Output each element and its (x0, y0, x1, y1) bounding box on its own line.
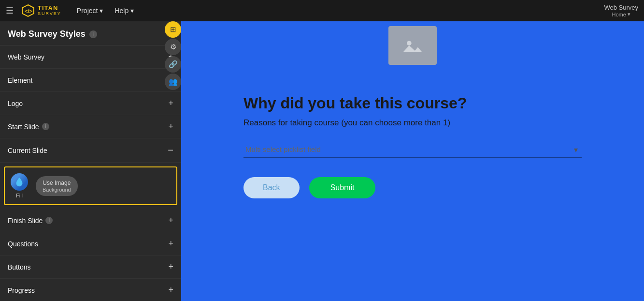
sidebar-item-questions-label: Questions (8, 240, 38, 248)
dropdown-wrapper: Multi select picklist field ▾ (243, 141, 582, 158)
survey-question: Why did you take this course? (243, 94, 582, 112)
submit-button[interactable]: Submit (309, 177, 376, 198)
finish-slide-info-icon: i (45, 217, 53, 224)
logo-text: TITAN SURVEY (38, 5, 61, 16)
sidebar-item-finish-slide-expand[interactable]: + (168, 215, 173, 226)
current-slide-content: Fill Use Image Background (4, 166, 177, 205)
toolbar-copy-button[interactable]: ⊞ (165, 21, 181, 38)
current-slide-label: Current Slide (8, 147, 47, 154)
image-placeholder-icon (401, 36, 424, 55)
fill-color-circle[interactable] (11, 173, 28, 191)
image-placeholder (388, 26, 437, 65)
sidebar-item-progress-label: Progress (8, 286, 35, 294)
sidebar-item-questions[interactable]: Questions + (0, 232, 181, 256)
sidebar-item-start-slide[interactable]: Start Slide i + (0, 115, 181, 138)
breadcrumb-sub: Home ▾ (604, 11, 638, 17)
chevron-down-icon: ▾ (628, 11, 630, 17)
use-image-line1: Use Image (43, 180, 71, 186)
top-nav: ☰ </> TITAN SURVEY Project ▾ Help ▾ Web … (0, 0, 644, 21)
main-content: Web Survey Styles i Web Survey + Element… (0, 21, 644, 301)
logo-titan: TITAN (38, 5, 61, 12)
sidebar-item-progress[interactable]: Progress + (0, 279, 181, 301)
multi-select-dropdown[interactable]: Multi select picklist field (243, 141, 582, 158)
sidebar-item-logo[interactable]: Logo + (0, 92, 181, 115)
sidebar: Web Survey Styles i Web Survey + Element… (0, 21, 181, 301)
logo-survey: SURVEY (38, 12, 61, 16)
use-image-line2: Background (43, 187, 71, 193)
back-button[interactable]: Back (243, 177, 300, 198)
toolbar-gear-button[interactable]: ⚙ (165, 39, 181, 55)
fill-option[interactable]: Fill (11, 173, 28, 198)
hamburger-icon[interactable]: ☰ (6, 5, 14, 16)
nav-links: Project ▾ Help ▾ (73, 5, 138, 16)
sidebar-item-web-survey-label: Web Survey (8, 53, 44, 61)
sidebar-item-finish-slide[interactable]: Finish Slide i + (0, 209, 181, 232)
sidebar-item-web-survey[interactable]: Web Survey + (0, 45, 181, 69)
logo: </> TITAN SURVEY (21, 4, 61, 17)
sidebar-item-finish-slide-label: Finish Slide i (8, 217, 53, 225)
fill-label: Fill (16, 193, 23, 198)
sidebar-header: Web Survey Styles i (0, 21, 181, 45)
sidebar-item-start-slide-expand[interactable]: + (168, 121, 173, 132)
preview-area: Why did you take this course? Reasons fo… (181, 21, 644, 301)
sidebar-item-buttons[interactable]: Buttons + (0, 256, 181, 279)
water-drop-icon (14, 177, 25, 187)
sidebar-title: Web Survey Styles (8, 29, 86, 39)
toolbar-users-button[interactable]: 👥 (165, 74, 181, 90)
svg-text:</>: </> (25, 8, 32, 14)
svg-point-3 (407, 41, 412, 45)
sidebar-item-element-label: Element (8, 76, 32, 84)
sidebar-item-element[interactable]: Element + (0, 69, 181, 92)
start-slide-info-icon: i (42, 123, 49, 130)
sidebar-item-start-slide-label: Start Slide i (8, 123, 49, 131)
breadcrumb-title: Web Survey (604, 4, 638, 11)
titan-logo-icon: </> (21, 4, 35, 17)
sidebar-title-info-icon: i (89, 30, 97, 38)
sidebar-item-logo-label: Logo (8, 100, 23, 107)
sidebar-item-questions-expand[interactable]: + (168, 239, 173, 249)
floating-toolbar: ⊞ ⚙ 🔗 👥 (165, 21, 181, 90)
breadcrumb: Web Survey Home ▾ (604, 4, 638, 17)
toolbar-link-button[interactable]: 🔗 (165, 56, 181, 73)
nav-help[interactable]: Help ▾ (111, 5, 138, 16)
sidebar-item-logo-expand[interactable]: + (168, 98, 173, 108)
survey-subtext: Reasons for taking course (you can choos… (243, 118, 582, 128)
survey-buttons: Back Submit (243, 177, 582, 198)
current-slide-collapse[interactable]: − (168, 145, 173, 156)
chevron-down-icon: ▾ (100, 7, 103, 15)
nav-project[interactable]: Project ▾ (73, 5, 107, 16)
chevron-down-icon: ▾ (130, 7, 134, 15)
use-image-background-button[interactable]: Use Image Background (36, 176, 78, 196)
survey-content: Why did you take this course? Reasons fo… (243, 94, 582, 198)
sidebar-item-current-slide[interactable]: Current Slide − (0, 138, 181, 163)
sidebar-item-buttons-expand[interactable]: + (168, 262, 173, 272)
sidebar-item-buttons-label: Buttons (8, 263, 30, 271)
sidebar-item-progress-expand[interactable]: + (168, 285, 173, 295)
